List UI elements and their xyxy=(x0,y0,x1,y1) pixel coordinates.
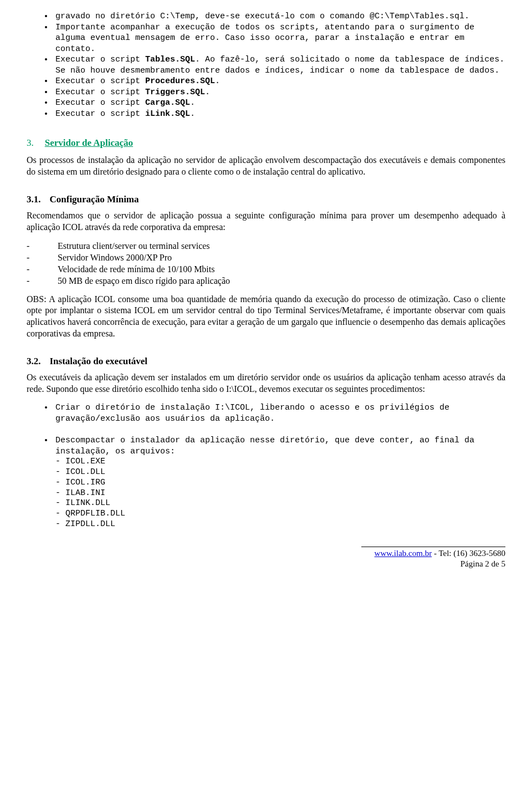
file-item: - ICOL.EXE xyxy=(55,457,505,467)
obs-paragraph: OBS: A aplicação ICOL consome uma boa qu… xyxy=(27,294,505,340)
script-name: Procedures.SQL xyxy=(145,76,215,86)
list-text: Servidor Windows 2000/XP Pro xyxy=(58,252,172,264)
page-footer: www.ilab.com.br - Tel: (16) 3623-5680 Pá… xyxy=(361,547,505,570)
bullet-item: Importante acompanhar a execução de todo… xyxy=(53,22,505,55)
list-item: -Velocidade de rede mínima de 10/100 Mbi… xyxy=(27,264,505,275)
bullet-item: Descompactar o instalador da aplicação n… xyxy=(53,435,505,529)
bullet-item: Criar o diretório de instalação I:\ICOL,… xyxy=(53,402,505,424)
script-name: Triggers.SQL xyxy=(145,88,205,97)
list-text: Velocidade de rede mínima de 10/100 Mbit… xyxy=(58,264,214,275)
dash-icon: - xyxy=(27,252,58,264)
bullet-text: . xyxy=(190,109,195,119)
bullet-text: gravado no diretório C:\Temp, deve-se ex… xyxy=(55,12,469,21)
section-heading-31: 3.1. Configuração Mínima xyxy=(27,193,505,206)
file-item: - ICOL.DLL xyxy=(55,467,505,478)
list-text: 50 MB de espaço em disco rígido para apl… xyxy=(58,275,230,287)
section-number: 3. xyxy=(27,137,34,148)
file-item: - ICOL.IRG xyxy=(55,478,505,488)
section-title: Servidor de Aplicação xyxy=(45,137,133,148)
install-steps-list-2: Descompactar o instalador da aplicação n… xyxy=(27,435,505,529)
footer-page: Página 2 de 5 xyxy=(361,559,505,570)
subsection-title: Configuração Mínima xyxy=(50,194,139,205)
file-item: - ILINK.DLL xyxy=(55,498,505,509)
dash-icon: - xyxy=(27,275,58,287)
list-item: -Servidor Windows 2000/XP Pro xyxy=(27,252,505,264)
bullet-text: Importante acompanhar a execução de todo… xyxy=(55,23,474,54)
bullet-text: Executar o script xyxy=(55,76,145,86)
file-item: - ILAB.INI xyxy=(55,488,505,499)
subsection-title: Instalação do executável xyxy=(50,356,148,366)
bullet-item: Executar o script Triggers.SQL. xyxy=(53,87,505,98)
bullet-text: Executar o script xyxy=(55,55,145,64)
bullet-item: Executar o script Procedures.SQL. xyxy=(53,76,505,87)
subsection-intro: Os executáveis da aplicação devem ser in… xyxy=(27,372,505,395)
list-item: -50 MB de espaço em disco rígido para ap… xyxy=(27,275,505,287)
bullet-text: Criar o diretório de instalação I:\ICOL,… xyxy=(55,403,449,423)
subsection-number: 3.2. xyxy=(27,356,41,366)
dash-icon: - xyxy=(27,241,58,252)
section-heading-3: 3. Servidor de Aplicação xyxy=(27,137,505,149)
script-name: Carga.SQL xyxy=(145,98,190,108)
bullet-text: Executar o script xyxy=(55,98,145,108)
bullet-item: Executar o script iLink.SQL. xyxy=(53,109,505,120)
top-bullet-list: gravado no diretório C:\Temp, deve-se ex… xyxy=(27,11,505,119)
dash-icon: - xyxy=(27,264,58,275)
bullet-text: . xyxy=(190,98,195,108)
list-text: Estrutura client/server ou terminal serv… xyxy=(58,241,210,252)
bullet-item: Executar o script Carga.SQL. xyxy=(53,98,505,109)
section-intro: Os processos de instalação da aplicação … xyxy=(27,155,505,178)
footer-tel: - Tel: (16) 3623-5680 xyxy=(432,549,505,558)
section-heading-32: 3.2. Instalação do executável xyxy=(27,355,505,368)
footer-link[interactable]: www.ilab.com.br xyxy=(375,549,432,558)
bullet-text: Descompactar o instalador da aplicação n… xyxy=(55,436,474,456)
subsection-intro: Recomendamos que o servidor de aplicação… xyxy=(27,210,505,233)
list-item: -Estrutura client/server ou terminal ser… xyxy=(27,241,505,252)
file-item: - ZIPDLL.DLL xyxy=(55,519,505,530)
bullet-item: gravado no diretório C:\Temp, deve-se ex… xyxy=(53,11,505,22)
script-name: iLink.SQL xyxy=(145,109,190,119)
bullet-item: Executar o script Tables.SQL. Ao fazê-lo… xyxy=(53,54,505,76)
install-steps-list: Criar o diretório de instalação I:\ICOL,… xyxy=(27,402,505,424)
config-list: -Estrutura client/server ou terminal ser… xyxy=(27,241,505,287)
file-item: - QRPDFLIB.DLL xyxy=(55,509,505,519)
subsection-number: 3.1. xyxy=(27,194,41,205)
script-name: Tables.SQL xyxy=(145,55,195,64)
bullet-text: Executar o script xyxy=(55,109,145,119)
bullet-text: . xyxy=(215,76,220,86)
bullet-text: . xyxy=(205,88,210,97)
file-list: - ICOL.EXE - ICOL.DLL - ICOL.IRG - ILAB.… xyxy=(55,457,505,529)
bullet-text: Executar o script xyxy=(55,88,145,97)
